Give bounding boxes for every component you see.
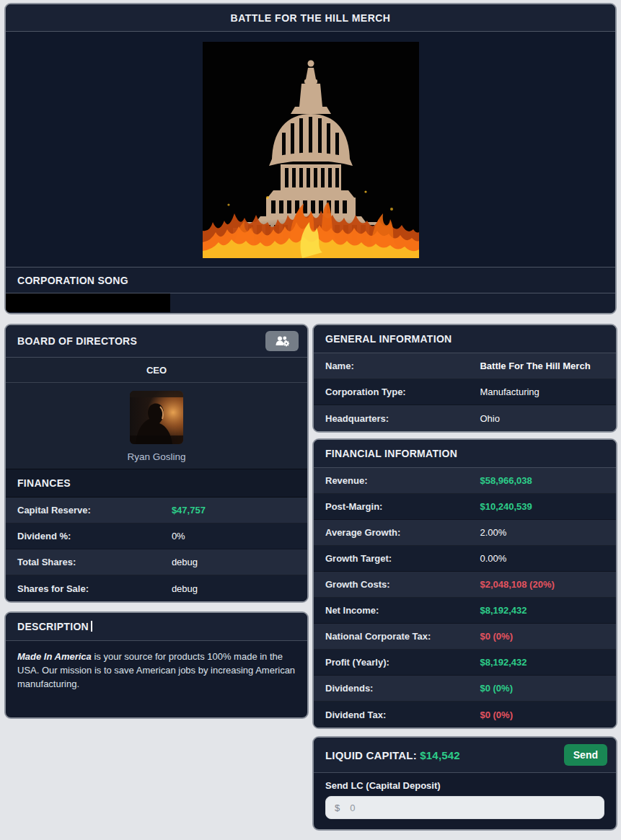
send-button[interactable]: Send bbox=[564, 744, 607, 766]
description-lead: Made In America bbox=[17, 651, 92, 662]
liquid-capital-panel: LIQUID CAPITAL: $14,542 Send Send LC (Ca… bbox=[312, 736, 617, 831]
text-caret bbox=[91, 621, 92, 632]
financial-information-panel: FINANCIAL INFORMATION Revenue: $58,966,0… bbox=[312, 438, 617, 729]
table-row: Dividend %: 0% bbox=[6, 523, 307, 549]
table-row: Average Growth: 2.00% bbox=[314, 520, 616, 546]
board-title: BOARD OF DIRECTORS bbox=[17, 335, 137, 347]
description-title[interactable]: DESCRIPTION bbox=[17, 621, 92, 632]
corporation-title: BATTLE FOR THE HILL MERCH bbox=[6, 4, 615, 32]
corporation-overview-panel: BATTLE FOR THE HILL MERCH bbox=[4, 3, 617, 314]
send-lc-form: Send LC (Capital Deposit) $ bbox=[314, 773, 616, 829]
lc-amount-input[interactable] bbox=[350, 797, 604, 818]
ceo-photo-block: Ryan Gosling bbox=[6, 383, 307, 469]
table-row: Name: Battle For The Hill Merch bbox=[314, 353, 616, 379]
table-row: National Corporate Tax: $0 (0%) bbox=[314, 624, 616, 650]
table-row: Headquarters: Ohio bbox=[314, 405, 616, 431]
finances-table: Capital Reserve: $47,757 Dividend %: 0% … bbox=[6, 498, 307, 601]
table-row: Growth Costs: $2,048,108 (20%) bbox=[314, 572, 616, 598]
table-row: Post-Margin: $10,240,539 bbox=[314, 494, 616, 520]
board-of-directors-panel: BOARD OF DIRECTORS bbox=[4, 324, 309, 603]
general-information-panel: GENERAL INFORMATION Name: Battle For The… bbox=[312, 324, 617, 433]
table-row: Corporation Type: Manufacturing bbox=[314, 379, 616, 405]
table-row: Dividend Tax: $0 (0%) bbox=[314, 702, 616, 728]
lc-amount-input-group: $ bbox=[325, 796, 604, 819]
send-lc-label: Send LC (Capital Deposit) bbox=[325, 780, 604, 791]
general-information-title: GENERAL INFORMATION bbox=[314, 325, 616, 353]
manage-directors-button[interactable] bbox=[265, 331, 299, 351]
content-columns: BOARD OF DIRECTORS bbox=[4, 324, 617, 831]
general-information-table: Name: Battle For The Hill Merch Corporat… bbox=[314, 353, 616, 431]
table-row: Capital Reserve: $47,757 bbox=[6, 498, 307, 523]
left-column: BOARD OF DIRECTORS bbox=[4, 324, 309, 719]
users-gear-icon bbox=[275, 335, 290, 347]
capitol-fire-image bbox=[203, 42, 419, 258]
dollar-prefix: $ bbox=[326, 803, 350, 813]
table-row: Total Shares: debug bbox=[6, 549, 307, 575]
table-row: Net Income: $8,192,432 bbox=[314, 598, 616, 624]
table-row: Dividends: $0 (0%) bbox=[314, 676, 616, 702]
finances-title: FINANCES bbox=[6, 469, 307, 498]
ceo-label: CEO bbox=[6, 358, 307, 383]
ceo-photo bbox=[130, 391, 183, 444]
corporation-song-label: CORPORATION SONG bbox=[6, 267, 615, 293]
corporation-song-row bbox=[6, 293, 615, 313]
corporation-banner bbox=[6, 32, 615, 267]
ceo-name: Ryan Gosling bbox=[6, 451, 307, 462]
corporation-page: BATTLE FOR THE HILL MERCH bbox=[0, 0, 621, 840]
right-column: GENERAL INFORMATION Name: Battle For The… bbox=[312, 324, 617, 831]
table-row: Growth Target: 0.00% bbox=[314, 546, 616, 572]
table-row: Revenue: $58,966,038 bbox=[314, 468, 616, 494]
description-panel: DESCRIPTION Made In America is your sour… bbox=[4, 611, 309, 719]
liquid-capital-title: LIQUID CAPITAL: $14,542 bbox=[325, 749, 460, 761]
description-text: Made In America is your source for produ… bbox=[6, 641, 307, 717]
table-row: Shares for Sale: debug bbox=[6, 575, 307, 601]
table-row: Profit (Yearly): $8,192,432 bbox=[314, 650, 616, 676]
financial-information-table: Revenue: $58,966,038 Post-Margin: $10,24… bbox=[314, 468, 616, 728]
financial-information-title: FINANCIAL INFORMATION bbox=[314, 440, 616, 468]
audio-player[interactable] bbox=[6, 293, 170, 312]
liquid-capital-amount: $14,542 bbox=[420, 749, 460, 761]
